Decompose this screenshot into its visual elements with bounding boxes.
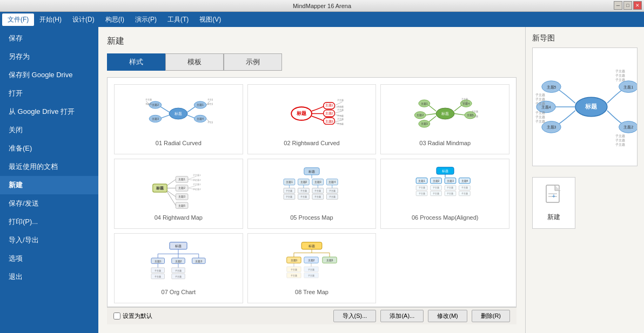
svg-text:子主题: 子主题: [337, 108, 344, 111]
sidebar-saveas[interactable]: 另存为: [0, 47, 98, 66]
svg-text:子主题: 子主题: [155, 269, 162, 271]
preview-svg-07: 标题 主题1 主题2 主题3: [144, 240, 213, 286]
card-preview-02: 标题 主题1 主题2: [277, 89, 347, 138]
svg-text:子主题: 子主题: [447, 192, 453, 194]
svg-text:子主题: 子主题: [314, 189, 321, 192]
menu-design[interactable]: 设计(D): [67, 13, 100, 26]
sidebar-recent[interactable]: 最近使用的文档: [0, 158, 98, 176]
menu-start[interactable]: 开始(H): [34, 13, 67, 26]
svg-text:子主题: 子主题: [300, 189, 307, 192]
svg-text:子主题: 子主题: [314, 195, 321, 198]
sidebar-open-gdrive[interactable]: 从 Google Drive 打开: [0, 103, 98, 121]
sidebar-save[interactable]: 保存: [0, 29, 98, 47]
svg-text:主题3: 主题3: [325, 119, 333, 123]
new-file-section: + 新建: [532, 177, 638, 229]
app-title: MindMapper 16 Arena: [293, 3, 351, 9]
sidebar-print[interactable]: 打印(P)...: [0, 213, 98, 231]
menu-tools[interactable]: 工具(T): [162, 13, 194, 26]
svg-text:主题2: 主题2: [300, 180, 307, 184]
style-card-02[interactable]: 标题 主题1 主题2: [247, 84, 377, 154]
sidebar-options[interactable]: 选项: [0, 249, 98, 268]
card-label-02: 02 Rightward Curved: [284, 140, 339, 146]
delete-button[interactable]: 删除(R): [472, 310, 510, 322]
svg-text:主题3: 主题3: [179, 195, 186, 198]
style-card-05[interactable]: 标题 主题1 主题2 主题3 主题: [247, 159, 377, 229]
menu-file[interactable]: 文件(F): [2, 13, 34, 26]
style-card-07[interactable]: 标题 主题1 主题2 主题3: [114, 233, 243, 303]
style-card-01[interactable]: 标题 主题2 主题3 子主题: [114, 84, 243, 154]
card-label-08: 08 Tree Map: [295, 289, 328, 295]
style-card-06[interactable]: 标题 主题1 主题2 主题3 主题4: [380, 159, 509, 229]
sidebar-new[interactable]: 新建: [0, 176, 98, 194]
svg-text:主题3: 主题3: [152, 117, 159, 120]
style-card-08[interactable]: 标题 主题1 主题2 主题3: [247, 233, 377, 303]
title-bar: MindMapper 16 Arena ─ □ ✕: [0, 0, 644, 12]
maximize-button[interactable]: □: [623, 1, 632, 10]
menu-think[interactable]: 构思(I): [100, 13, 130, 26]
menu-present[interactable]: 演示(P): [130, 13, 162, 26]
svg-text:+: +: [552, 193, 555, 199]
style-card-04[interactable]: 标题 主题1 主题2 主题3: [114, 159, 243, 229]
preview-svg-01: 标题 主题2 主题3 子主题: [144, 91, 213, 137]
tab-example[interactable]: 示例: [224, 53, 282, 71]
svg-line-46: [428, 105, 435, 111]
svg-text:子主题: 子主题: [615, 78, 625, 81]
svg-text:主题3: 主题3: [421, 122, 428, 125]
svg-text:子主题: 子主题: [308, 268, 314, 270]
tab-template[interactable]: 模板: [165, 53, 224, 71]
preview-svg-02: 标题 主题1 主题2: [277, 91, 346, 137]
svg-text:子主题: 子主题: [535, 111, 545, 114]
sidebar-open[interactable]: 打开: [0, 84, 98, 103]
svg-line-67: [167, 179, 176, 185]
svg-text:子主题: 子主题: [472, 110, 478, 112]
preview-svg-03: 标题 主题1 主题2 主题3: [411, 91, 480, 137]
svg-line-32: [334, 101, 342, 105]
svg-text:子主题: 子主题: [433, 186, 439, 189]
sidebar-prepare[interactable]: 准备(E): [0, 139, 98, 158]
svg-text:子主题: 子主题: [145, 98, 152, 100]
new-file-label: 新建: [547, 213, 560, 222]
style-grid[interactable]: 标题 主题2 主题3 子主题: [107, 77, 516, 307]
default-checkbox-label[interactable]: 设置为默认: [113, 312, 152, 320]
card-label-01: 01 Radial Curved: [156, 140, 202, 146]
svg-text:标题: 标题: [308, 170, 315, 173]
svg-text:子主题: 子主题: [615, 73, 625, 77]
svg-text:子主题: 子主题: [175, 269, 182, 271]
svg-text:主题2: 主题2: [623, 125, 633, 129]
svg-text:主题2: 主题2: [417, 113, 424, 117]
preview-svg-05: 标题 主题1 主题2 主题3 主题: [277, 165, 346, 211]
new-file-card[interactable]: + 新建: [532, 177, 575, 229]
card-preview-06: 标题 主题1 主题2 主题3 主题4: [410, 164, 480, 212]
svg-text:子主题: 子主题: [418, 192, 425, 194]
default-checkbox[interactable]: [113, 312, 120, 320]
sidebar-save-send[interactable]: 保存/发送: [0, 194, 98, 213]
style-card-03[interactable]: 标题 主题1 主题2 主题3: [380, 84, 509, 154]
svg-text:主题4: 主题4: [197, 117, 204, 120]
tab-style[interactable]: 样式: [107, 53, 165, 71]
svg-text:子主题: 子主题: [615, 134, 625, 138]
preview-svg-08: 标题 主题1 主题2 主题3: [277, 240, 346, 286]
minimize-button[interactable]: ─: [614, 1, 622, 10]
svg-text:子主题: 子主题: [461, 186, 468, 189]
svg-line-80: [188, 185, 196, 188]
sidebar-exit[interactable]: 退出: [0, 268, 98, 286]
window-controls: ─ □ ✕: [614, 1, 642, 10]
svg-text:子主题: 子主题: [337, 105, 344, 108]
svg-text:子主题: 子主题: [308, 274, 314, 277]
content-area: 新建 样式 模板 示例 标题: [98, 27, 525, 333]
svg-text:标题: 标题: [441, 112, 449, 115]
svg-text:子主题2: 子主题2: [193, 179, 201, 181]
close-button[interactable]: ✕: [633, 1, 642, 10]
sidebar-close[interactable]: 关闭: [0, 121, 98, 139]
svg-text:子主题: 子主题: [535, 119, 545, 123]
sidebar-import-export[interactable]: 导入/导出: [0, 231, 98, 249]
modify-button[interactable]: 修改(M): [428, 310, 467, 322]
svg-text:子主题: 子主题: [155, 275, 162, 277]
sidebar-save-gdrive[interactable]: 保存到 Google Drive: [0, 66, 98, 84]
menu-view[interactable]: 视图(V): [194, 13, 226, 26]
add-button[interactable]: 添加(A)...: [380, 310, 424, 322]
import-button[interactable]: 导入(S)...: [333, 310, 377, 322]
svg-text:主题4: 主题4: [541, 105, 551, 109]
large-preview-svg: 标题 主题5 主题4 主题3 主题1: [533, 56, 637, 158]
svg-text:子主题: 子主题: [145, 102, 152, 105]
